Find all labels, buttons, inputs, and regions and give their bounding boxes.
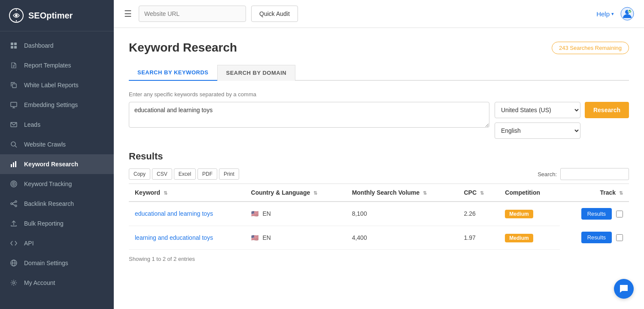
searches-remaining-badge[interactable]: 243 Searches Remaining [552, 42, 629, 54]
track-checkbox-0[interactable] [616, 211, 623, 217]
svg-point-13 [11, 142, 15, 146]
sidebar-label-leads: Leads [24, 121, 40, 128]
sidebar-label-my-account: My Account [24, 279, 55, 286]
sidebar-item-bulk-reporting[interactable]: Bulk Reporting [0, 214, 114, 233]
flag-icon-0: 🇺🇸 [251, 210, 258, 217]
cell-volume-0: 8,100 [346, 202, 458, 226]
cell-competition-1: Medium [499, 226, 559, 249]
col-track[interactable]: Track ⇅ [560, 184, 629, 202]
sidebar-item-embedding[interactable]: Embedding Settings [0, 95, 114, 115]
svg-rect-17 [15, 161, 16, 167]
sidebar-label-embedding: Embedding Settings [24, 101, 78, 108]
country-select[interactable]: United States (US) United Kingdom (UK) A… [495, 102, 580, 118]
cell-country-0: 🇺🇸 EN [245, 202, 346, 226]
cell-cpc-1: 1.97 [458, 226, 499, 249]
main-wrapper: ☰ Quick Audit Help ▾ Keyword Research 24… [114, 0, 644, 309]
sidebar-item-backlink-research[interactable]: Backlink Research [0, 194, 114, 214]
tab-by-keywords[interactable]: SEARCH BY KEYWORDS [129, 65, 217, 81]
search-row: educational and learning toys United Sta… [129, 102, 629, 139]
sidebar-item-api[interactable]: API [0, 233, 114, 253]
search-instruction: Enter any specific keywords separated by… [129, 91, 629, 98]
svg-rect-16 [13, 162, 14, 167]
country-btn-row: United States (US) United Kingdom (UK) A… [495, 102, 629, 118]
sidebar-item-white-label[interactable]: White Label Reports [0, 75, 114, 95]
cell-track-1: Results [560, 226, 629, 249]
svg-point-20 [13, 184, 14, 184]
svg-rect-15 [11, 164, 12, 167]
chevron-down-icon: ▾ [611, 11, 614, 17]
sidebar-item-dashboard[interactable]: Dashboard [0, 36, 114, 55]
cell-cpc-0: 2.26 [458, 202, 499, 226]
sidebar-item-keyword-research[interactable]: Keyword Research [0, 154, 114, 174]
avatar[interactable] [619, 6, 635, 22]
svg-point-22 [11, 203, 12, 205]
print-button[interactable]: Print [219, 168, 239, 180]
chat-bubble[interactable] [614, 279, 634, 299]
competition-badge-1: Medium [505, 234, 533, 242]
research-button[interactable]: Research [585, 102, 629, 118]
sidebar-label-api: API [24, 240, 34, 247]
tab-by-domain[interactable]: SEARCH BY DOMAIN [217, 65, 296, 81]
quick-audit-button[interactable]: Quick Audit [251, 6, 298, 22]
sidebar-label-bulk-reporting: Bulk Reporting [24, 220, 64, 227]
language-select[interactable]: English Spanish French German [495, 122, 580, 139]
keyword-input[interactable]: educational and learning toys [129, 102, 489, 128]
help-button[interactable]: Help ▾ [596, 10, 614, 18]
track-checkbox-1[interactable] [616, 234, 623, 241]
svg-line-14 [15, 146, 17, 147]
topbar: ☰ Quick Audit Help ▾ [114, 0, 644, 28]
sort-keyword-icon: ⇅ [164, 190, 167, 196]
file-edit-icon [9, 61, 18, 70]
menu-icon[interactable]: ☰ [122, 7, 134, 21]
pdf-button[interactable]: PDF [197, 168, 217, 180]
results-button-1[interactable]: Results [581, 232, 612, 243]
col-country-language[interactable]: Country & Language ⇅ [245, 184, 346, 202]
search-tabs: SEARCH BY KEYWORDS SEARCH BY DOMAIN [129, 65, 629, 81]
page-header: Keyword Research 243 Searches Remaining [129, 41, 629, 55]
competition-badge-0: Medium [505, 210, 533, 218]
sidebar-item-leads[interactable]: Leads [0, 115, 114, 135]
sidebar-label-keyword-research: Keyword Research [24, 161, 78, 168]
table-search-input[interactable] [560, 168, 629, 180]
svg-rect-6 [11, 46, 13, 49]
sidebar-item-my-account[interactable]: My Account [0, 273, 114, 293]
mail-icon [9, 120, 18, 129]
search-icon [9, 140, 18, 149]
svg-rect-7 [14, 46, 17, 49]
sidebar-item-keyword-tracking[interactable]: Keyword Tracking [0, 174, 114, 194]
search-controls: United States (US) United Kingdom (UK) A… [495, 102, 629, 139]
col-cpc[interactable]: CPC ⇅ [458, 184, 499, 202]
excel-button[interactable]: Excel [174, 168, 196, 180]
url-input[interactable] [139, 6, 246, 22]
showing-text: Showing 1 to 2 of 2 entries [129, 256, 629, 262]
share-icon [9, 199, 18, 208]
copy-button[interactable]: Copy [129, 168, 150, 180]
svg-point-23 [15, 205, 17, 207]
settings-icon [9, 278, 18, 287]
sidebar-item-report-templates[interactable]: Report Templates [0, 55, 114, 75]
sidebar-nav: Dashboard Report Templates White Label R… [0, 31, 114, 309]
col-competition[interactable]: Competition [499, 184, 559, 202]
cell-volume-1: 4,400 [346, 226, 458, 249]
cell-competition-0: Medium [499, 202, 559, 226]
sidebar-item-website-crawls[interactable]: Website Crawls [0, 135, 114, 154]
results-title: Results [129, 151, 629, 162]
sidebar-label-white-label: White Label Reports [24, 82, 79, 89]
logo[interactable]: SEOptimer [0, 0, 114, 31]
svg-rect-8 [12, 84, 16, 88]
logo-text: SEOptimer [28, 11, 73, 21]
svg-rect-5 [14, 43, 17, 45]
csv-button[interactable]: CSV [152, 168, 172, 180]
table-export-buttons: Copy CSV Excel PDF Print [129, 168, 239, 180]
svg-rect-9 [11, 102, 17, 107]
sidebar-item-domain-settings[interactable]: Domain Settings [0, 253, 114, 273]
cell-keyword-1: learning and educational toys [129, 226, 245, 249]
sidebar-label-keyword-tracking: Keyword Tracking [24, 181, 72, 187]
target-icon [9, 180, 18, 188]
sort-country-icon: ⇅ [313, 190, 317, 196]
svg-point-33 [628, 9, 632, 13]
results-button-0[interactable]: Results [581, 208, 612, 220]
cell-keyword-0: educational and learning toys [129, 202, 245, 226]
col-monthly-volume[interactable]: Monthly Search Volume ⇅ [346, 184, 458, 202]
col-keyword[interactable]: Keyword ⇅ [129, 184, 245, 202]
